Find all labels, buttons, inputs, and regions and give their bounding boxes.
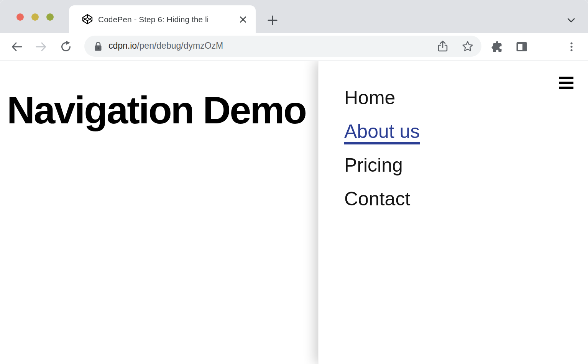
- hamburger-bar: [559, 77, 573, 79]
- back-icon[interactable]: [10, 40, 23, 53]
- close-icon[interactable]: [239, 15, 247, 24]
- forward-icon[interactable]: [34, 40, 48, 53]
- browser-toolbar: cdpn.io/pen/debug/dymzOzM: [0, 33, 588, 61]
- nav-item-contact: Contact: [344, 189, 420, 208]
- nav-link-about-us[interactable]: About us: [344, 122, 420, 144]
- url-path: /pen/debug/dymzOzM: [137, 41, 223, 51]
- address-bar[interactable]: cdpn.io/pen/debug/dymzOzM: [84, 36, 481, 57]
- traffic-lights: [16, 13, 54, 21]
- nav-item-about-us: About us: [344, 122, 420, 144]
- nav-item-home: Home: [344, 88, 420, 107]
- page-viewport: Navigation Demo Home About us Pricing: [0, 61, 588, 364]
- tab-title: CodePen - Step 6: Hiding the li: [98, 15, 237, 26]
- kebab-menu-icon[interactable]: [565, 40, 578, 53]
- tab-strip: CodePen - Step 6: Hiding the li: [0, 0, 588, 33]
- side-panel-icon[interactable]: [515, 40, 528, 53]
- nav-item-pricing: Pricing: [344, 156, 420, 175]
- lock-icon[interactable]: [94, 41, 103, 51]
- url-text[interactable]: cdpn.io/pen/debug/dymzOzM: [108, 41, 223, 51]
- codepen-logo-icon: [82, 14, 93, 25]
- star-icon[interactable]: [462, 40, 474, 52]
- zoom-window-button[interactable]: [46, 13, 54, 21]
- hamburger-bar: [559, 82, 573, 84]
- browser-window: CodePen - Step 6: Hiding the li: [0, 0, 588, 364]
- hamburger-bar: [559, 87, 573, 89]
- nav-link-contact[interactable]: Contact: [344, 188, 410, 210]
- reload-icon[interactable]: [59, 40, 72, 53]
- browser-tab[interactable]: CodePen - Step 6: Hiding the li: [69, 5, 256, 33]
- extensions-icon[interactable]: [491, 40, 504, 53]
- hamburger-icon[interactable]: [559, 77, 573, 89]
- page-title: Navigation Demo: [7, 88, 306, 132]
- chevron-down-icon[interactable]: [566, 16, 577, 25]
- close-window-button[interactable]: [16, 13, 24, 21]
- share-icon[interactable]: [437, 40, 449, 52]
- nav-link-home[interactable]: Home: [344, 87, 395, 108]
- nav-link-pricing[interactable]: Pricing: [344, 154, 403, 176]
- slide-in-nav-panel: Home About us Pricing Contact: [318, 61, 588, 364]
- site-navigation: Home About us Pricing Contact: [344, 88, 420, 223]
- new-tab-icon[interactable]: [266, 14, 279, 26]
- minimize-window-button[interactable]: [31, 13, 39, 21]
- url-domain: cdpn.io: [108, 41, 137, 51]
